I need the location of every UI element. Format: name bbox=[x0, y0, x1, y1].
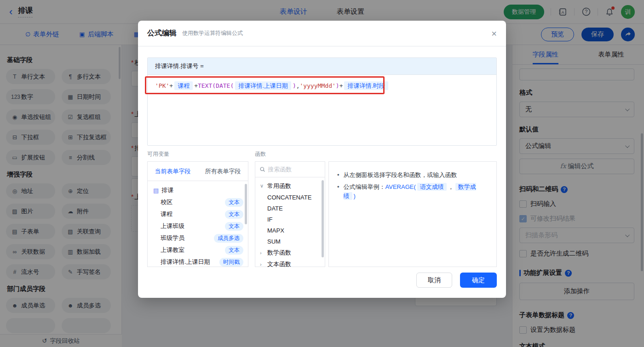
function-item[interactable]: SUM bbox=[255, 236, 325, 247]
formula-token: 'PK' bbox=[155, 82, 169, 89]
function-group[interactable]: ∨常用函数 bbox=[255, 180, 325, 192]
variable-type-badge: 时间戳 bbox=[219, 258, 243, 267]
function-list: ∨常用函数CONCATENATEDATEIFMAPXSUM›数学函数›文本函数 bbox=[255, 177, 325, 273]
form-doc-icon: ▤ bbox=[153, 187, 159, 194]
formula-token: TEXT(DATE( bbox=[198, 82, 234, 89]
modal-header: 公式编辑 使用数学运算符编辑公式 × bbox=[138, 21, 506, 46]
functions-label: 函数 bbox=[255, 150, 266, 158]
bullet-icon: • bbox=[337, 182, 339, 201]
formula-token: ) bbox=[293, 82, 296, 89]
variable-row[interactable]: 校区文本 bbox=[148, 196, 248, 208]
help-line-2: • 公式编辑举例：AVERAGE(语文成绩，数学成绩) bbox=[337, 182, 488, 201]
variables-label: 可用变量 bbox=[147, 150, 255, 158]
variable-row[interactable]: 上课班级文本 bbox=[148, 220, 248, 232]
variable-type-badge: 成员多选 bbox=[214, 234, 243, 243]
variable-name: 校区 bbox=[161, 198, 225, 206]
variable-type-badge: 文本 bbox=[225, 222, 243, 231]
panel-labels: 可用变量 函数 bbox=[147, 150, 497, 158]
formula-field-chip[interactable]: 排课详情.上课日期 bbox=[235, 81, 291, 90]
formula-token: 'yyyyMMdd' bbox=[300, 82, 336, 89]
variables-tab[interactable]: 当前表单字段 bbox=[148, 162, 198, 181]
variables-tab[interactable]: 所有表单字段 bbox=[198, 162, 248, 181]
panels-row: 当前表单字段所有表单字段 ▤ 排课 校区文本课程文本上课班级文本班级学员成员多选… bbox=[147, 161, 497, 267]
formula-editor: 排课详情.排课号 = 'PK'+课程+TEXT(DATE(排课详情.上课日期),… bbox=[147, 57, 497, 146]
help-line-1: • 从左侧面板选择字段名和函数，或输入函数 bbox=[337, 171, 488, 180]
variables-rows: 校区文本课程文本上课班级文本班级学员成员多选上课教室文本排课详情.上课日期时间戳 bbox=[148, 196, 248, 267]
function-item[interactable]: IF bbox=[255, 214, 325, 225]
bullet-icon: • bbox=[337, 171, 339, 180]
variable-row[interactable]: 排课详情.上课日期时间戳 bbox=[148, 256, 248, 267]
variables-root-node[interactable]: ▤ 排课 bbox=[148, 184, 248, 196]
formula-input-area[interactable]: 'PK'+课程+TEXT(DATE(排课详情.上课日期),'yyyyMMdd')… bbox=[148, 75, 496, 145]
help-panel: • 从左侧面板选择字段名和函数，或输入函数 • 公式编辑举例：AVERAGE(语… bbox=[328, 161, 497, 267]
variable-row[interactable]: 上课教室文本 bbox=[148, 244, 248, 256]
modal-body: 排课详情.排课号 = 'PK'+课程+TEXT(DATE(排课详情.上课日期),… bbox=[138, 57, 506, 267]
function-group-label: 常用函数 bbox=[267, 182, 291, 190]
function-group-label: 文本函数 bbox=[267, 260, 291, 268]
help-example-field-1: 语文成绩 bbox=[417, 183, 447, 191]
functions-scrollbar[interactable] bbox=[322, 180, 324, 257]
formula-field-chip[interactable]: 排课详情.时段 bbox=[344, 81, 388, 90]
variable-name: 上课教室 bbox=[161, 246, 225, 254]
variable-name: 课程 bbox=[161, 210, 225, 218]
help-example-prefix: 公式编辑举例： bbox=[344, 183, 385, 190]
formula-target: 排课详情.排课号 = bbox=[148, 58, 496, 75]
function-group[interactable]: ›数学函数 bbox=[255, 247, 325, 258]
function-group-label: 数学函数 bbox=[267, 249, 291, 257]
help-example-func: AVERAGE( bbox=[385, 183, 416, 190]
close-icon[interactable]: × bbox=[491, 29, 497, 38]
help-example-separator: ， bbox=[448, 183, 454, 190]
modal-title: 公式编辑 bbox=[147, 28, 177, 38]
variable-type-badge: 文本 bbox=[225, 198, 243, 207]
cancel-button[interactable]: 取消 bbox=[416, 273, 452, 288]
function-search-input[interactable] bbox=[268, 166, 320, 173]
function-item[interactable]: DATE bbox=[255, 203, 325, 214]
variables-list: ▤ 排课 校区文本课程文本上课班级文本班级学员成员多选上课教室文本排课详情.上课… bbox=[148, 181, 248, 267]
app-window: ‹ 排课 表单设计表单设置 数据管理 A ? 训 ∅表单外链▣后端脚本▦数据权 … bbox=[0, 0, 644, 347]
formula-editor-modal: 公式编辑 使用数学运算符编辑公式 × 排课详情.排课号 = 'PK'+课程+TE… bbox=[138, 21, 506, 298]
modal-subtitle: 使用数学运算符编辑公式 bbox=[182, 29, 243, 37]
variable-type-badge: 文本 bbox=[225, 210, 243, 219]
caret-down-icon: ∨ bbox=[260, 183, 264, 189]
variable-name: 上课班级 bbox=[161, 222, 225, 230]
formula-field-chip[interactable]: 课程 bbox=[174, 81, 193, 90]
variables-scrollbar[interactable] bbox=[245, 184, 247, 224]
variables-panel: 当前表单字段所有表单字段 ▤ 排课 校区文本课程文本上课班级文本班级学员成员多选… bbox=[147, 161, 248, 267]
modal-footer: 取消 确定 bbox=[416, 273, 497, 288]
variable-type-badge: 文本 bbox=[225, 246, 243, 255]
function-item[interactable]: MAPX bbox=[255, 225, 325, 236]
caret-right-icon: › bbox=[260, 250, 264, 256]
formula-token: + bbox=[194, 82, 198, 89]
function-search bbox=[255, 162, 325, 177]
variable-row[interactable]: 课程文本 bbox=[148, 208, 248, 220]
function-item[interactable]: CONCATENATE bbox=[255, 192, 325, 203]
formula-token: , bbox=[296, 82, 300, 89]
confirm-button[interactable]: 确定 bbox=[460, 273, 497, 288]
variable-name: 班级学员 bbox=[161, 234, 214, 242]
formula-token: ) bbox=[336, 82, 339, 89]
formula-token: + bbox=[339, 82, 343, 89]
functions-panel: ∨常用函数CONCATENATEDATEIFMAPXSUM›数学函数›文本函数 bbox=[255, 161, 325, 267]
caret-right-icon: › bbox=[260, 262, 264, 267]
formula-token: + bbox=[169, 82, 173, 89]
variables-tabs: 当前表单字段所有表单字段 bbox=[148, 162, 248, 181]
variable-name: 排课详情.上课日期 bbox=[161, 258, 219, 266]
variables-root-label: 排课 bbox=[161, 186, 173, 194]
search-icon bbox=[260, 166, 265, 172]
help-example-close: ) bbox=[354, 193, 356, 199]
function-group[interactable]: ›文本函数 bbox=[255, 258, 325, 270]
variable-row[interactable]: 班级学员成员多选 bbox=[148, 232, 248, 244]
